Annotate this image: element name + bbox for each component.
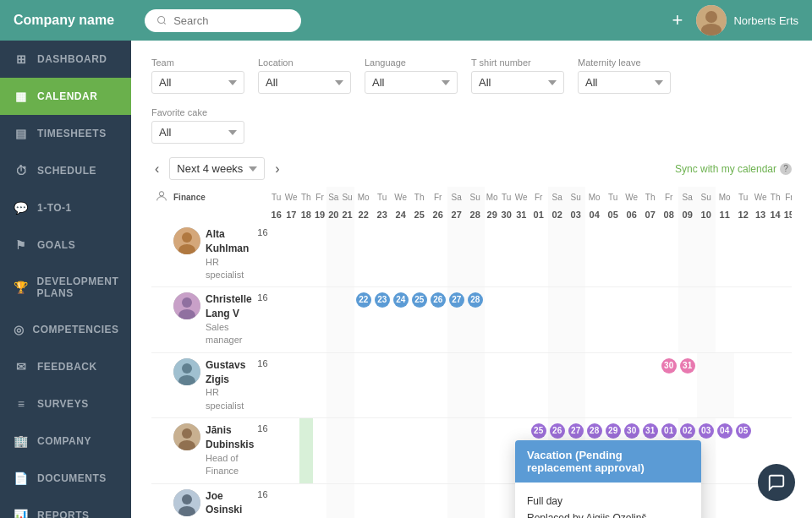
- h-th5: Th: [769, 187, 782, 207]
- h-sa3: Sa: [548, 187, 567, 207]
- filter-tshirt-select[interactable]: All: [471, 71, 564, 94]
- sidebar-item-reports[interactable]: 📊 REPORTS: [0, 497, 131, 518]
- h-tu3: Tu: [500, 187, 513, 207]
- sidebar-label-reports: REPORTS: [37, 510, 90, 518]
- filter-language: Language All: [365, 57, 458, 94]
- filters-row-2: Favorite cake All: [151, 107, 792, 144]
- h-tu2: Tu: [373, 187, 392, 207]
- h-tu1: Tu: [270, 187, 283, 207]
- filter-language-label: Language: [365, 57, 458, 68]
- header-num: [255, 187, 269, 207]
- period-select[interactable]: Next 4 weeks: [169, 157, 265, 180]
- filter-language-select[interactable]: All: [365, 71, 458, 94]
- h-tu5: Tu: [734, 187, 753, 207]
- documents-icon: 📄: [14, 472, 29, 485]
- popup-header: Vacation (Pending replacement approval): [515, 440, 701, 483]
- person-avatar: [173, 292, 200, 319]
- sidebar-label-devplans: DEVELOPMENT PLANS: [37, 275, 119, 299]
- sidebar-label-goals: GOALS: [37, 239, 75, 251]
- search-icon: [156, 14, 167, 26]
- filter-cake-select[interactable]: All: [151, 121, 244, 144]
- sidebar-item-devplans[interactable]: 🏆 DEVELOPMENT PLANS: [0, 264, 131, 311]
- sidebar-item-surveys[interactable]: ≡ SURVEYS: [0, 385, 131, 423]
- prev-period-button[interactable]: ‹: [151, 158, 162, 180]
- filters-row: Team All Location All Language All T shi…: [151, 57, 792, 94]
- h-we2: We: [392, 187, 410, 207]
- calendar-dates-row: 161718192021 22232425262728 293031010203…: [151, 207, 792, 222]
- sidebar-item-goals[interactable]: ⚑ GOALS: [0, 226, 131, 264]
- content-area: Team All Location All Language All T shi…: [131, 41, 812, 518]
- chat-button[interactable]: [758, 464, 795, 501]
- filter-location: Location All: [258, 57, 351, 94]
- sidebar-item-documents[interactable]: 📄 DOCUMENTS: [0, 460, 131, 497]
- svg-point-19: [182, 494, 192, 504]
- person-info: Gustavs Zigis HR specialist: [173, 358, 254, 412]
- person-name: Alta Kuhlman: [206, 227, 254, 256]
- calendar-nav: ‹ Next 4 weeks › Sync with my calendar ?: [151, 157, 792, 180]
- sidebar-item-feedback[interactable]: ✉ FEEDBACK: [0, 348, 131, 385]
- schedule-icon: ⏱: [14, 164, 29, 177]
- person-avatar: [173, 358, 200, 385]
- svg-point-0: [158, 16, 165, 23]
- h-su2: Su: [466, 187, 485, 207]
- filter-tshirt: T shirt number All: [471, 57, 564, 94]
- h-fr2: Fr: [429, 187, 447, 207]
- sidebar-label-calendar: CALENDAR: [37, 90, 97, 102]
- sidebar-label-dashboard: DASHBOARD: [37, 53, 107, 65]
- sync-calendar-link[interactable]: Sync with my calendar ?: [675, 163, 792, 175]
- h-we3: We: [513, 187, 529, 207]
- sidebar-label-feedback: FEEDBACK: [37, 361, 97, 373]
- sidebar-item-competencies[interactable]: ◎ COMPETENCIES: [0, 311, 131, 348]
- devplans-icon: 🏆: [14, 281, 29, 294]
- sidebar-item-schedule[interactable]: ⏱ SCHEDULE: [0, 152, 131, 189]
- vacation-popup: Vacation (Pending replacement approval) …: [515, 440, 701, 518]
- calendar-header-row: Finance TuWeThFrSaSu MoTuWeThFrSaSu MoTu…: [151, 187, 792, 207]
- sidebar-item-timesheets[interactable]: ▤ TIMESHEETS: [0, 115, 131, 152]
- sidebar-item-company[interactable]: 🏢 COMPANY: [0, 423, 131, 460]
- help-icon: ?: [780, 163, 792, 175]
- h-th1: Th: [299, 187, 313, 207]
- svg-line-1: [163, 22, 165, 24]
- main-layout: ⊞ DASHBOARD ▦ CALENDAR ▤ TIMESHEETS ⏱ SC…: [0, 41, 812, 518]
- person-info: Alta Kuhlman HR specialist: [173, 227, 254, 281]
- h-th2: Th: [410, 187, 429, 207]
- user-info: Norberts Erts: [696, 5, 798, 35]
- feedback-icon: ✉: [14, 360, 29, 374]
- svg-point-10: [182, 297, 192, 308]
- add-button[interactable]: +: [672, 9, 683, 31]
- h-fr4: Fr: [660, 187, 678, 207]
- reports-icon: 📊: [14, 509, 29, 518]
- h-th4: Th: [641, 187, 660, 207]
- person-avatar: [173, 423, 200, 450]
- h-mo3: Mo: [485, 187, 500, 207]
- search-bar[interactable]: [145, 9, 301, 32]
- calendar-icon: ▦: [14, 90, 29, 103]
- sidebar-item-1to1[interactable]: 💬 1-TO-1: [0, 189, 131, 226]
- sidebar-label-surveys: SURVEYS: [37, 398, 89, 410]
- filter-location-select[interactable]: All: [258, 71, 351, 94]
- topbar-right: + Norberts Erts: [672, 5, 798, 35]
- filter-team-select[interactable]: All: [151, 71, 244, 94]
- person-name: Christelle Lang V: [206, 292, 254, 321]
- sidebar-label-competencies: COMPETENCIES: [33, 324, 119, 335]
- next-period-button[interactable]: ›: [272, 158, 283, 180]
- filter-team-label: Team: [151, 57, 244, 68]
- person-name: Jānis Dubinskis: [206, 423, 254, 452]
- sidebar-item-calendar[interactable]: ▦ CALENDAR: [0, 78, 131, 115]
- table-row: Gustavs Zigis HR specialist 16: [151, 352, 792, 417]
- popup-line2: Replaced by Aigijs Ozoliņš: [527, 510, 689, 518]
- dashboard-icon: ⊞: [14, 52, 29, 66]
- filter-maternity-select[interactable]: All: [578, 71, 671, 94]
- h-we1: We: [283, 187, 299, 207]
- sidebar-label-schedule: SCHEDULE: [37, 165, 96, 177]
- search-input[interactable]: [173, 14, 289, 27]
- filter-cake-label: Favorite cake: [151, 107, 244, 117]
- sidebar-label-documents: DOCUMENTS: [37, 472, 107, 484]
- surveys-icon: ≡: [14, 397, 29, 411]
- table-row: Alta Kuhlman HR specialist 16: [151, 222, 792, 287]
- person-info: Christelle Lang V Sales manager: [173, 292, 254, 346]
- sidebar-item-dashboard[interactable]: ⊞ DASHBOARD: [0, 41, 131, 78]
- h-su4: Su: [697, 187, 716, 207]
- filter-maternity: Maternity leave All: [578, 57, 671, 94]
- popup-body: Full day Replaced by Aigijs Ozoliņš Deta…: [515, 483, 701, 518]
